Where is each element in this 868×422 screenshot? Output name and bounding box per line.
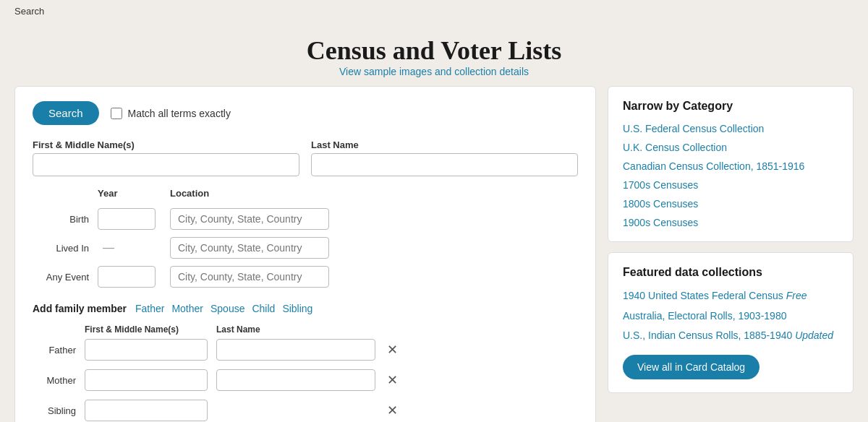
father-last-input[interactable] [216, 339, 375, 361]
featured-item-1: Australia, Electoral Rolls, 1903-1980 [623, 309, 838, 324]
narrow-link-1[interactable]: U.K. Census Collection [623, 142, 838, 153]
father-member-label: Father [33, 345, 76, 356]
sibling-row: Sibling ✕ [33, 400, 578, 421]
sibling-member-label: Sibling [33, 405, 76, 416]
spouse-link[interactable]: Spouse [210, 303, 244, 314]
sibling-remove-button[interactable]: ✕ [384, 404, 401, 417]
featured-link-1[interactable]: Australia, Electoral Rolls, 1903-1980 [623, 310, 786, 322]
match-exact-text: Match all terms exactly [128, 108, 231, 119]
birth-location-input[interactable] [170, 208, 329, 230]
featured-item-0: 1940 United States Federal Census Free [623, 289, 838, 303]
father-row: Father ✕ [33, 339, 578, 361]
lived-in-label: Lived In [33, 233, 98, 262]
family-links: Father Mother Spouse Child Sibling [135, 303, 312, 314]
event-table: Year Location Birth [33, 188, 578, 291]
mother-inputs: ✕ [85, 369, 401, 391]
featured-title: Featured data collections [623, 266, 838, 279]
event-section: Year Location Birth [33, 188, 578, 291]
featured-collections-box: Featured data collections 1940 United St… [608, 252, 854, 393]
last-name-label: Last Name [311, 139, 578, 150]
featured-link-0[interactable]: 1940 United States Federal Census [623, 290, 783, 301]
father-link[interactable]: Father [135, 303, 164, 314]
mother-remove-button[interactable]: ✕ [384, 374, 401, 387]
mother-first-input[interactable] [85, 369, 208, 391]
narrow-link-3[interactable]: 1700s Censuses [623, 179, 838, 191]
first-name-group: First & Middle Name(s) [33, 139, 299, 176]
mother-link[interactable]: Mother [171, 303, 203, 314]
name-fields-row: First & Middle Name(s) Last Name [33, 139, 578, 176]
birth-label: Birth [33, 204, 98, 233]
father-first-input[interactable] [85, 339, 208, 361]
narrow-link-4[interactable]: 1800s Censuses [623, 198, 838, 210]
first-name-input[interactable] [33, 153, 299, 176]
lived-in-dash: — [98, 241, 119, 254]
view-card-catalog-button[interactable]: View all in Card Catalog [623, 355, 760, 379]
narrow-links-list: U.S. Federal Census CollectionU.K. Censu… [623, 123, 838, 228]
narrow-link-0[interactable]: U.S. Federal Census Collection [623, 123, 838, 134]
narrow-link-5[interactable]: 1900s Censuses [623, 217, 838, 228]
any-event-label: Any Event [33, 262, 98, 291]
narrow-link-2[interactable]: Canadian Census Collection, 1851-1916 [623, 160, 838, 172]
child-link[interactable]: Child [252, 303, 275, 314]
subtitle-link[interactable]: View sample images and collection detail… [339, 66, 529, 77]
featured-item-2: U.S., Indian Census Rolls, 1885-1940 Upd… [623, 329, 838, 343]
sibling-inputs: ✕ [85, 400, 401, 421]
location-col-header: Location [170, 188, 578, 204]
birth-year-input[interactable] [98, 208, 156, 230]
family-col-first-header: First & Middle Name(s) [85, 324, 208, 335]
father-remove-button[interactable]: ✕ [384, 343, 401, 356]
sibling-link[interactable]: Sibling [282, 303, 312, 314]
last-name-group: Last Name [311, 139, 578, 176]
featured-items-list: 1940 United States Federal Census Free A… [623, 289, 838, 343]
narrow-title: Narrow by Category [623, 100, 838, 113]
search-button[interactable]: Search [33, 101, 99, 125]
family-col-headers: First & Middle Name(s) Last Name [33, 324, 578, 335]
sibling-first-input[interactable] [85, 400, 208, 421]
any-event-year-input[interactable] [98, 266, 156, 288]
first-name-label: First & Middle Name(s) [33, 139, 299, 150]
year-col-header: Year [98, 188, 170, 204]
featured-link-2[interactable]: U.S., Indian Census Rolls, 1885-1940 [623, 330, 792, 341]
mother-member-label: Mother [33, 375, 76, 386]
match-exact-checkbox[interactable] [111, 108, 122, 119]
nav-search-label: Search [14, 6, 44, 17]
mother-last-input[interactable] [216, 369, 375, 391]
family-header: Add family member Father Mother Spouse C… [33, 303, 578, 314]
lived-in-row: Lived In — [33, 233, 578, 262]
mother-row: Mother ✕ [33, 369, 578, 391]
featured-badge-free: Free [786, 290, 807, 301]
any-event-location-input[interactable] [170, 266, 329, 288]
narrow-by-category-box: Narrow by Category U.S. Federal Census C… [608, 86, 854, 242]
search-bar: Search Match all terms exactly [33, 101, 578, 125]
match-exact-label[interactable]: Match all terms exactly [111, 108, 231, 119]
family-section: Add family member Father Mother Spouse C… [33, 303, 578, 421]
main-search-panel: Search Match all terms exactly First & M… [14, 86, 596, 422]
featured-badge-updated: Updated [795, 330, 833, 341]
right-panel: Narrow by Category U.S. Federal Census C… [608, 86, 854, 422]
add-family-label: Add family member [33, 303, 127, 314]
page-title: Census and Voter Lists [0, 35, 868, 66]
any-event-row: Any Event [33, 262, 578, 291]
lived-in-location-input[interactable] [170, 237, 329, 259]
father-inputs: ✕ [85, 339, 401, 361]
family-col-last-header: Last Name [216, 324, 375, 335]
last-name-input[interactable] [311, 153, 578, 176]
birth-row: Birth [33, 204, 578, 233]
